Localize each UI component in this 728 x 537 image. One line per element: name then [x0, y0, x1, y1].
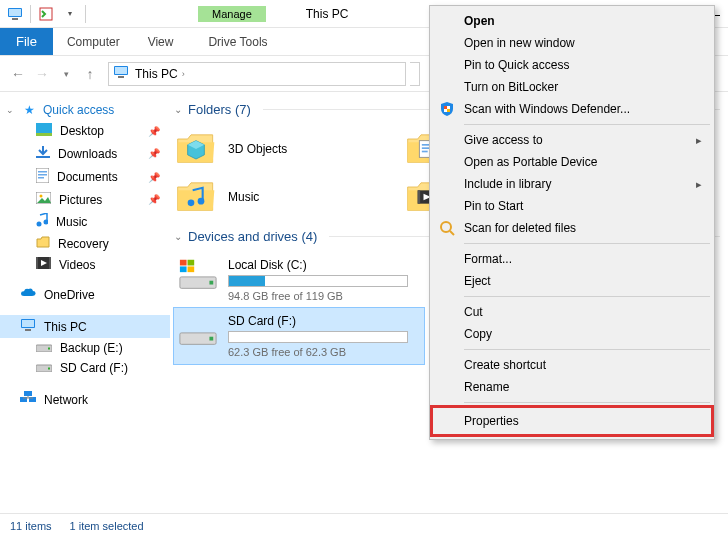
drive-icon [178, 314, 218, 348]
svg-rect-5 [115, 67, 127, 74]
menu-item-pin-to-start[interactable]: Pin to Start [432, 195, 712, 217]
address-bar[interactable]: This PC › [108, 62, 406, 86]
pin-icon: 📌 [148, 194, 160, 205]
menu-item-properties[interactable]: Properties [432, 407, 712, 435]
menu-item-format[interactable]: Format... [432, 248, 712, 270]
menu-item-label: Pin to Quick access [464, 58, 569, 72]
group-label: Folders (7) [188, 102, 251, 117]
folder-item[interactable]: 3D Objects [174, 125, 404, 173]
drive-free-space: 62.3 GB free of 62.3 GB [228, 346, 420, 358]
svg-rect-23 [25, 329, 31, 331]
navpane-item-videos[interactable]: Videos [0, 254, 170, 275]
navpane-drive[interactable]: SD Card (F:) [0, 358, 170, 378]
navpane-item-icon [36, 145, 50, 162]
menu-item-rename[interactable]: Rename [432, 376, 712, 398]
menu-item-open-in-new-window[interactable]: Open in new window [432, 32, 712, 54]
folder-item[interactable]: Music [174, 173, 404, 221]
menu-item-icon [438, 100, 456, 118]
recent-locations-button[interactable]: ▾ [56, 62, 76, 86]
svg-rect-30 [24, 391, 32, 396]
menu-separator [464, 124, 710, 125]
folder-icon [176, 177, 216, 217]
menu-item-open[interactable]: Open [432, 10, 712, 32]
svg-rect-20 [49, 257, 51, 269]
menu-item-open-as-portable-device[interactable]: Open as Portable Device [432, 151, 712, 173]
drive-item[interactable]: Local Disk (C:) 94.8 GB free of 119 GB [174, 252, 424, 308]
tab-computer[interactable]: Computer [53, 28, 134, 55]
navpane-label: Network [44, 393, 88, 407]
navpane-item-icon [36, 168, 49, 186]
menu-item-pin-to-quick-access[interactable]: Pin to Quick access [432, 54, 712, 76]
menu-item-include-in-library[interactable]: Include in library▸ [432, 173, 712, 195]
svg-rect-1 [9, 9, 21, 16]
folder-icon [176, 129, 216, 169]
tab-drive-tools[interactable]: Drive Tools [194, 28, 281, 55]
menu-item-label: Open as Portable Device [464, 155, 597, 169]
svg-point-35 [188, 200, 195, 207]
menu-item-give-access-to[interactable]: Give access to▸ [432, 129, 712, 151]
svg-point-36 [198, 198, 205, 205]
qat-dropdown-icon[interactable]: ▾ [61, 5, 79, 23]
forward-button[interactable]: → [32, 62, 52, 86]
collapse-icon[interactable]: ⌄ [6, 105, 14, 115]
breadcrumb-this-pc[interactable]: This PC › [135, 67, 185, 81]
navpane-quick-access[interactable]: ⌄ ★ Quick access [0, 100, 170, 120]
navpane-label: Quick access [43, 103, 114, 117]
contextual-tab-manage[interactable]: Manage [198, 0, 266, 27]
up-button[interactable]: ↑ [80, 62, 100, 86]
file-tab[interactable]: File [0, 28, 53, 55]
status-selection: 1 item selected [70, 520, 144, 532]
back-button[interactable]: ← [8, 62, 28, 86]
file-tab-label: File [16, 34, 37, 49]
menu-item-cut[interactable]: Cut [432, 301, 712, 323]
navpane-item-documents[interactable]: Documents 📌 [0, 165, 170, 189]
tab-label: View [148, 35, 174, 49]
navpane-item-label: Downloads [58, 147, 117, 161]
svg-rect-43 [188, 266, 195, 272]
menu-item-turn-on-bitlocker[interactable]: Turn on BitLocker [432, 76, 712, 98]
breadcrumb-label: This PC [135, 67, 178, 81]
search-box[interactable] [410, 62, 420, 86]
menu-item-label: Format... [464, 252, 512, 266]
navpane-this-pc[interactable]: This PC [0, 315, 170, 338]
svg-rect-7 [36, 123, 52, 133]
folder-name: 3D Objects [228, 142, 287, 156]
navpane-drive-label: SD Card (F:) [60, 361, 128, 375]
folder-name: Music [228, 190, 259, 204]
menu-item-label: Include in library [464, 177, 551, 191]
svg-point-16 [37, 222, 42, 227]
svg-rect-42 [180, 266, 187, 272]
qat-properties-icon[interactable] [37, 5, 55, 23]
contextual-tab-label: Manage [198, 6, 266, 22]
drive-name: SD Card (F:) [228, 314, 420, 328]
menu-item-scan-for-deleted-files[interactable]: Scan for deleted files [432, 217, 712, 239]
navpane-item-label: Videos [59, 258, 95, 272]
onedrive-icon [20, 288, 36, 302]
menu-item-create-shortcut[interactable]: Create shortcut [432, 354, 712, 376]
navpane-item-pictures[interactable]: Pictures 📌 [0, 189, 170, 210]
navpane-item-music[interactable]: Music [0, 210, 170, 233]
navpane-item-label: Pictures [59, 193, 102, 207]
navpane-drive[interactable]: Backup (E:) [0, 338, 170, 358]
tab-view[interactable]: View [134, 28, 188, 55]
navpane-item-downloads[interactable]: Downloads 📌 [0, 142, 170, 165]
menu-item-eject[interactable]: Eject [432, 270, 712, 292]
navpane-onedrive[interactable]: OneDrive [0, 285, 170, 305]
drive-item[interactable]: SD Card (F:) 62.3 GB free of 62.3 GB [174, 308, 424, 364]
address-icon [113, 65, 129, 82]
drive-icon [36, 341, 52, 355]
menu-item-label: Rename [464, 380, 509, 394]
quick-access-toolbar: ▾ [0, 0, 92, 27]
qat-this-pc-icon[interactable] [6, 5, 24, 23]
navpane-label: This PC [44, 320, 87, 334]
menu-item-label: Give access to [464, 133, 543, 147]
drive-name: Local Disk (C:) [228, 258, 420, 272]
navpane-network[interactable]: Network [0, 388, 170, 411]
navpane-item-recovery[interactable]: Recovery [0, 233, 170, 254]
menu-item-copy[interactable]: Copy [432, 323, 712, 345]
menu-item-scan-with-windows-defender[interactable]: Scan with Windows Defender... [432, 98, 712, 120]
svg-rect-25 [48, 348, 50, 350]
capacity-bar [228, 331, 408, 343]
navpane-label: OneDrive [44, 288, 95, 302]
navpane-item-desktop[interactable]: Desktop 📌 [0, 120, 170, 142]
